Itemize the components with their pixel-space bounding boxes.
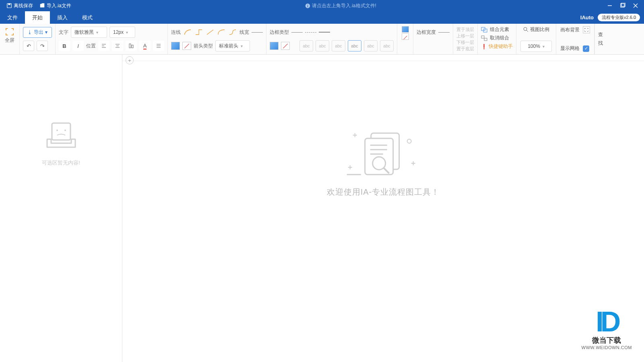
undo-button[interactable]: ↶ bbox=[23, 41, 34, 51]
sidebar-empty-text: 可选区暂无内容! bbox=[42, 159, 80, 167]
fullscreen-button[interactable]: 全屏 bbox=[3, 26, 16, 45]
group-icon bbox=[481, 27, 487, 33]
watermark-cn: 微当下载 bbox=[582, 335, 632, 345]
canvas-area[interactable]: + 欢迎使用IA-专业流程图工具！ bbox=[122, 55, 644, 362]
text-pos-3[interactable]: abc bbox=[332, 40, 345, 51]
fill-nocolor-button[interactable] bbox=[281, 42, 290, 50]
svg-rect-16 bbox=[129, 44, 131, 48]
svg-text:i: i bbox=[307, 4, 308, 8]
svg-point-25 bbox=[524, 27, 527, 31]
move-down-button[interactable]: 下移一层 bbox=[456, 39, 474, 45]
svg-rect-23 bbox=[481, 36, 484, 38]
font-color-button[interactable]: A bbox=[139, 41, 151, 51]
align-menu-button[interactable] bbox=[153, 41, 164, 51]
welcome-text: 欢迎使用IA-专业流程图工具！ bbox=[327, 187, 440, 197]
align-left-button[interactable] bbox=[98, 41, 109, 51]
svg-rect-24 bbox=[484, 38, 487, 41]
connector-5-icon[interactable] bbox=[228, 29, 237, 36]
ungroup-button[interactable]: 取消组合 bbox=[481, 35, 513, 41]
info-icon: ❗ bbox=[481, 44, 487, 49]
menu-start[interactable]: 开始 bbox=[25, 11, 50, 24]
move-up-button[interactable]: 上移一层 bbox=[456, 33, 474, 39]
group-button[interactable]: 组合元素 bbox=[481, 26, 513, 33]
titlebar-hint: i 请点击左上角导入.ia格式文件! bbox=[74, 2, 607, 9]
watermark: ID 微当下载 WWW.WEIDOWN.COM bbox=[582, 306, 632, 350]
empty-box-icon bbox=[43, 119, 79, 151]
search-button[interactable]: 查 找 bbox=[594, 24, 606, 54]
menu-insert[interactable]: 插入 bbox=[50, 11, 75, 24]
bring-front-button[interactable]: 置于顶层 bbox=[456, 26, 474, 33]
svg-point-29 bbox=[64, 130, 66, 131]
close-button[interactable] bbox=[633, 3, 638, 8]
border-thick-button[interactable] bbox=[319, 32, 330, 33]
connector-3-icon[interactable] bbox=[206, 29, 215, 36]
line-label: 连线 bbox=[171, 29, 181, 36]
redo-button[interactable]: ↷ bbox=[37, 41, 48, 51]
svg-point-39 bbox=[407, 139, 411, 143]
border-width-sample[interactable] bbox=[438, 32, 450, 33]
svg-rect-2 bbox=[40, 4, 45, 8]
text-pos-1[interactable]: abc bbox=[299, 40, 313, 51]
version-badge: 流程专业版v2.6.0 bbox=[598, 14, 640, 21]
layer-order-group: 置于顶层 上移一层 下移一层 置于底层 bbox=[456, 26, 474, 52]
font-size-select[interactable]: 12px▾ bbox=[109, 27, 135, 38]
border-dash-button[interactable] bbox=[305, 32, 316, 33]
canvas-bg-label: 画布背景 bbox=[560, 27, 580, 33]
connector-2-icon[interactable] bbox=[194, 29, 203, 36]
import-ia-button[interactable]: 导入.ia文件 bbox=[36, 1, 74, 11]
menu-mode[interactable]: 模式 bbox=[75, 11, 100, 24]
svg-line-26 bbox=[526, 30, 528, 32]
watermark-logo: ID bbox=[582, 306, 632, 338]
fill-color-button[interactable] bbox=[270, 42, 279, 50]
titlebar: 离线保存 导入.ia文件 i 请点击左上角导入.ia格式文件! bbox=[0, 0, 644, 11]
arrow-type-label: 箭头类型 bbox=[194, 43, 213, 49]
arrow-style-select[interactable]: 标准箭头▾ bbox=[215, 40, 250, 51]
fullscreen-icon bbox=[5, 28, 14, 36]
text-label: 文字 bbox=[59, 29, 68, 36]
menu-file[interactable]: 文件 bbox=[0, 11, 25, 24]
line-nocolor-button[interactable] bbox=[182, 42, 191, 50]
italic-button[interactable]: I bbox=[72, 41, 84, 51]
valign-button[interactable] bbox=[126, 41, 137, 51]
bg-nocolor-button[interactable] bbox=[402, 33, 409, 40]
add-page-button[interactable]: + bbox=[126, 56, 134, 64]
line-width-sample[interactable] bbox=[252, 32, 263, 33]
download-icon: ⭳ bbox=[27, 29, 32, 35]
send-back-button[interactable]: 置于底层 bbox=[456, 45, 474, 52]
shapes-sidebar: 可选区暂无内容! bbox=[0, 55, 122, 362]
font-family-select[interactable]: 微软雅黑▾ bbox=[71, 27, 107, 38]
text-pos-6[interactable]: abc bbox=[380, 40, 394, 51]
text-pos-2[interactable]: abc bbox=[316, 40, 329, 51]
hotkey-helper-button[interactable]: ❗ 快捷键助手 bbox=[481, 43, 513, 50]
border-type-label: 边框类型 bbox=[270, 29, 289, 36]
welcome-placeholder: 欢迎使用IA-专业流程图工具！ bbox=[327, 127, 440, 197]
bold-button[interactable]: B bbox=[59, 41, 70, 51]
search-icon bbox=[523, 27, 528, 32]
position-label: 位置 bbox=[86, 43, 96, 49]
show-grid-checkbox[interactable]: ✓ bbox=[583, 45, 589, 52]
canvas-bg-button[interactable]: ⛶ bbox=[583, 26, 590, 33]
svg-rect-17 bbox=[132, 45, 133, 48]
offline-save-button[interactable]: 离线保存 bbox=[3, 1, 36, 11]
bg-color-button[interactable] bbox=[402, 26, 409, 33]
line-width-label: 线宽 bbox=[239, 29, 249, 36]
zoom-select[interactable]: 100%▾ bbox=[520, 41, 552, 52]
connector-1-icon[interactable] bbox=[183, 29, 192, 36]
chevron-down-icon: ▾ bbox=[45, 29, 47, 35]
menubar: 文件 开始 插入 模式 IAuto 流程专业版v2.6.0 bbox=[0, 11, 644, 24]
minimize-button[interactable] bbox=[607, 3, 613, 8]
export-button[interactable]: ⭳ 导出 ▾ bbox=[23, 27, 52, 38]
maximize-button[interactable] bbox=[620, 3, 625, 8]
show-grid-label: 显示网格 bbox=[560, 45, 580, 52]
border-solid-button[interactable] bbox=[291, 32, 303, 33]
brand-label: IAuto bbox=[580, 14, 594, 21]
zoom-label: 视图比例 bbox=[523, 26, 549, 33]
text-pos-4[interactable]: abc bbox=[348, 40, 361, 51]
connector-4-icon[interactable] bbox=[217, 29, 226, 36]
align-mid-button[interactable] bbox=[112, 41, 123, 51]
ribbon: 全屏 ⭳ 导出 ▾ ↶ ↷ 文字 微软雅黑▾ 12px▾ B I 位置 bbox=[0, 24, 644, 55]
text-pos-5[interactable]: abc bbox=[364, 40, 378, 51]
svg-rect-27 bbox=[52, 123, 70, 140]
line-color-button[interactable] bbox=[171, 42, 180, 50]
watermark-url: WWW.WEIDOWN.COM bbox=[582, 345, 632, 350]
